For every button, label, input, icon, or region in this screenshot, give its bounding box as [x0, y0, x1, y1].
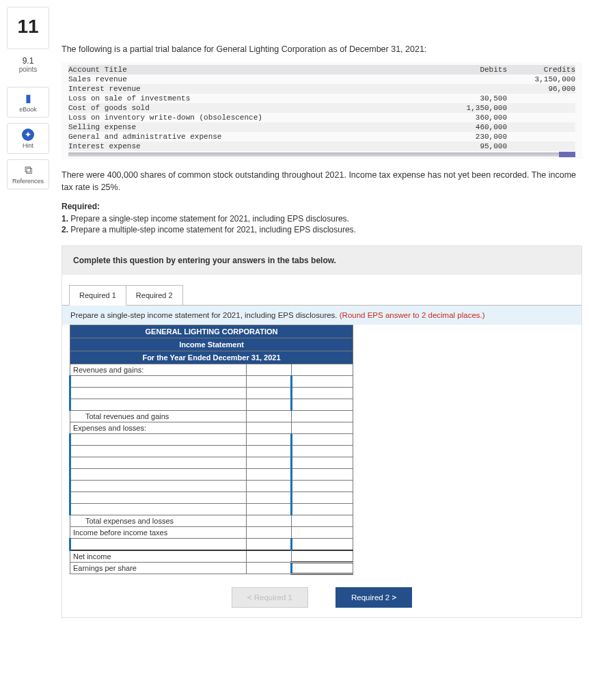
trial-row: General and administrative expense 230,0… — [68, 132, 575, 142]
amount-cell[interactable] — [247, 481, 292, 492]
tab-bar: Required 1 Required 2 — [62, 275, 581, 305]
account-dropdown[interactable] — [70, 388, 247, 399]
next-label: Required 2 — [351, 593, 389, 602]
amount-cell[interactable] — [292, 527, 353, 539]
total-revenues-label: Total revenues and gains — [70, 411, 247, 422]
amount-cell[interactable] — [292, 539, 353, 550]
amount-cell[interactable] — [247, 388, 292, 399]
amount-cell[interactable] — [292, 388, 353, 399]
amount-cell[interactable] — [247, 457, 292, 469]
tab-required-2[interactable]: Required 2 — [126, 285, 183, 306]
ebook-label: eBook — [19, 106, 37, 113]
amount-cell[interactable] — [247, 550, 292, 563]
statement-title: Income Statement — [70, 338, 353, 351]
amount-cell[interactable] — [247, 539, 292, 550]
requirement-text: Prepare a multiple-step income statement… — [70, 225, 356, 234]
intro-text: The following is a partial trial balance… — [61, 44, 582, 54]
tab-instruction: Prepare a single-step income statement f… — [62, 305, 581, 325]
ebook-button[interactable]: ▮ eBook — [7, 87, 49, 118]
trial-cell: 3,150,000 — [507, 75, 575, 83]
amount-cell[interactable] — [247, 504, 292, 515]
amount-cell[interactable] — [292, 515, 353, 527]
net-income-label: Net income — [70, 550, 247, 563]
tab-instruction-main: Prepare a single-step income statement f… — [70, 311, 340, 319]
amount-cell[interactable] — [292, 469, 353, 481]
trial-header-debits: Debits — [439, 66, 507, 74]
scrollbar[interactable] — [68, 152, 575, 157]
trial-row: Cost of goods sold 1,350,000 — [68, 103, 575, 113]
amount-cell[interactable] — [247, 527, 292, 539]
trial-header-title: Account Title — [68, 66, 439, 74]
answer-instruction: Complete this question by entering your … — [62, 246, 581, 275]
amount-cell[interactable] — [292, 411, 353, 422]
account-dropdown[interactable] — [70, 492, 247, 504]
amount-cell[interactable] — [292, 457, 353, 469]
amount-cell[interactable] — [247, 399, 292, 411]
trial-cell: 460,000 — [439, 123, 507, 131]
tab-required-1[interactable]: Required 1 — [69, 285, 126, 306]
next-required-button[interactable]: Required 2 > — [335, 587, 412, 608]
amount-cell[interactable] — [292, 399, 353, 411]
account-dropdown[interactable] — [70, 446, 247, 457]
points-label: points — [19, 66, 38, 73]
trial-header-row: Account Title Debits Credits — [68, 65, 575, 75]
amount-cell[interactable] — [292, 492, 353, 504]
trial-cell — [507, 133, 575, 141]
amount-cell[interactable] — [292, 481, 353, 492]
trial-header-credits: Credits — [507, 66, 575, 74]
account-dropdown[interactable] — [70, 434, 247, 446]
amount-cell[interactable] — [292, 504, 353, 515]
amount-cell[interactable] — [292, 376, 353, 388]
required-label: Required: — [61, 202, 582, 211]
account-dropdown[interactable] — [70, 376, 247, 388]
amount-cell[interactable] — [247, 434, 292, 446]
trial-cell: Interest expense — [68, 142, 439, 150]
amount-cell[interactable] — [292, 446, 353, 457]
amount-cell[interactable] — [247, 376, 292, 388]
account-dropdown[interactable] — [70, 539, 247, 550]
amount-cell[interactable] — [292, 550, 353, 563]
amount-cell[interactable] — [247, 562, 292, 574]
amount-cell[interactable] — [247, 364, 292, 376]
chevron-right-icon: > — [392, 593, 396, 602]
trial-row: Loss on sale of investments 30,500 — [68, 94, 575, 103]
trial-cell: Sales revenue — [68, 75, 439, 83]
account-dropdown[interactable] — [70, 457, 247, 469]
trial-row: Interest expense 95,000 — [68, 142, 575, 151]
eps-label: Earnings per share — [70, 562, 247, 574]
trial-cell — [439, 85, 507, 93]
amount-cell[interactable] — [247, 411, 292, 422]
account-dropdown[interactable] — [70, 399, 247, 411]
hint-label: Hint — [23, 142, 33, 149]
prev-label: Required 1 — [254, 593, 292, 602]
references-icon: ⧉ — [9, 164, 47, 176]
trial-cell: General and administrative expense — [68, 133, 439, 141]
trial-row: Sales revenue 3,150,000 — [68, 75, 575, 84]
income-statement-table: GENERAL LIGHTING CORPORATION Income Stat… — [69, 325, 353, 575]
references-button[interactable]: ⧉ References — [7, 159, 49, 189]
answer-box: Complete this question by entering your … — [61, 245, 582, 618]
trial-cell: 360,000 — [439, 113, 507, 122]
amount-cell[interactable] — [247, 422, 292, 434]
amount-cell[interactable] — [292, 364, 353, 376]
amount-cell[interactable] — [292, 434, 353, 446]
body-text: There were 400,000 shares of common stoc… — [61, 169, 582, 193]
amount-cell[interactable] — [292, 422, 353, 434]
tab-instruction-note: (Round EPS answer to 2 decimal places.) — [340, 311, 485, 319]
hint-button[interactable]: ✦ Hint — [7, 123, 49, 154]
trial-row: Interest revenue 96,000 — [68, 84, 575, 94]
references-label: References — [12, 178, 44, 185]
trial-cell: Interest revenue — [68, 85, 439, 93]
account-dropdown[interactable] — [70, 469, 247, 481]
company-header: GENERAL LIGHTING CORPORATION — [70, 325, 353, 338]
amount-cell[interactable] — [292, 562, 353, 574]
trial-cell — [507, 142, 575, 150]
amount-cell[interactable] — [247, 515, 292, 527]
trial-balance-table: Account Title Debits Credits Sales reven… — [61, 62, 582, 159]
account-dropdown[interactable] — [70, 504, 247, 515]
amount-cell[interactable] — [247, 492, 292, 504]
trial-cell: Loss on inventory write-down (obsolescen… — [68, 113, 439, 122]
account-dropdown[interactable] — [70, 481, 247, 492]
amount-cell[interactable] — [247, 469, 292, 481]
amount-cell[interactable] — [247, 446, 292, 457]
